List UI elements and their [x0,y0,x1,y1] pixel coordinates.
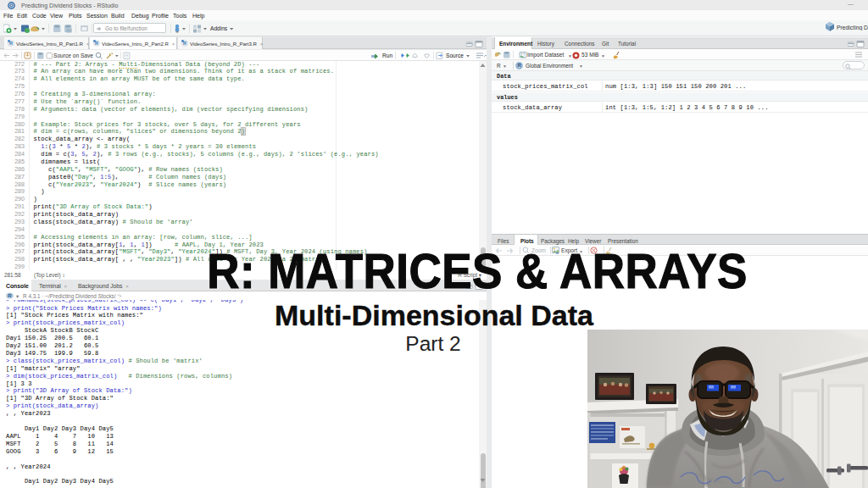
svg-text:R: R [518,63,521,68]
svg-text:R: R [8,293,12,298]
